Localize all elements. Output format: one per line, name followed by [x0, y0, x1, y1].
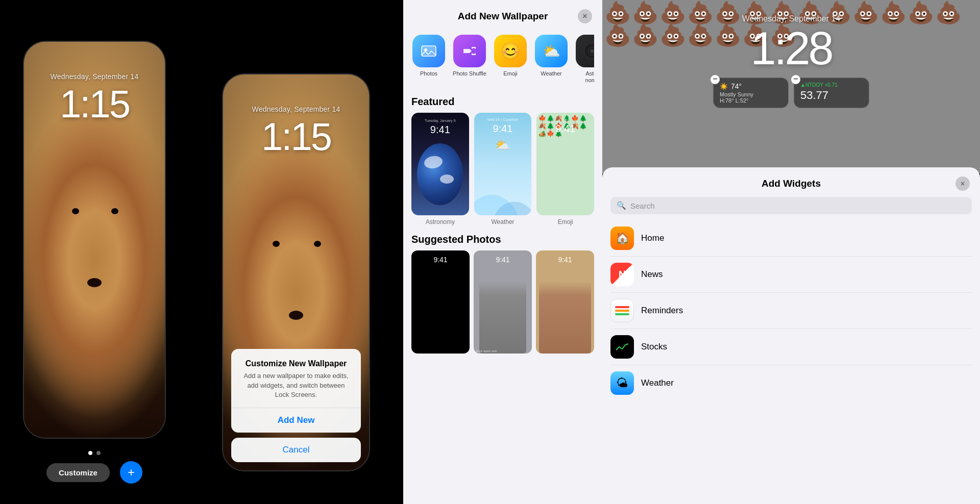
dog-background: Wednesday, September 14 1:15: [24, 42, 165, 438]
add-widgets-header: Add Widgets ×: [602, 167, 980, 197]
person-silhouette-2: [539, 281, 592, 354]
news-app-icon: N: [610, 263, 634, 286]
home-app-icon: 🏠: [610, 226, 634, 250]
lock-screen-time-1: 1:15: [60, 82, 129, 126]
dog-eye-right: [111, 208, 118, 214]
astronomy-label: Astronomy: [426, 218, 455, 225]
page-dots: [88, 451, 101, 455]
weather-widget-row: ☀️ 74°: [720, 82, 782, 90]
reminder-line-1: [615, 306, 629, 308]
featured-emoji[interactable]: Tue 9 9:41 🍁🌲🍂 🌲🍁🌲 🍂🌲🍁 🌲🍂🌲 🏕️🍁🌲 Emoji: [536, 113, 594, 225]
lock-date-4: Wednesday, September 14: [742, 14, 840, 23]
weather-wp-label: Weather: [491, 218, 514, 225]
weather-widget-minus[interactable]: −: [710, 75, 720, 84]
wp-type-shuffle[interactable]: Photo Shuffle: [452, 35, 487, 84]
panel-add-widgets: 💩 💩 💩 💩 💩 💩 💩 💩 💩 💩 💩 💩 💩 💩 💩 💩 💩 💩 💩 💩 …: [602, 0, 980, 504]
stocks-app-name: Stocks: [641, 342, 667, 352]
photos-icon: [412, 35, 445, 67]
app-item-news[interactable]: N News: [610, 257, 972, 293]
reminders-app-name: Reminders: [641, 306, 683, 316]
sun-icon: ☀️: [720, 83, 728, 90]
panel-lockscreen: Wednesday, September 14 1:15 Customize +: [0, 0, 189, 504]
sugg-caption-1: once again aski: [476, 349, 497, 352]
add-wallpaper-header: Add New Wallpaper ×: [403, 0, 602, 29]
dialog-description: Add a new wallpaper to make edits, add w…: [241, 371, 351, 399]
cancel-button[interactable]: Cancel: [231, 438, 361, 462]
customize-overlay: Customize New Wallpaper Add a new wallpa…: [223, 341, 369, 470]
search-bar[interactable]: 🔍 Search: [610, 197, 972, 214]
featured-astronomy[interactable]: Tuesday, January 9 9:41 Astronomy: [411, 113, 469, 225]
add-widgets-close[interactable]: ×: [955, 177, 970, 191]
astro-icon: [576, 35, 594, 67]
add-lockscreen-button[interactable]: +: [120, 461, 142, 484]
customize-button[interactable]: Customize: [46, 463, 110, 482]
customize-dialog-card: Customize New Wallpaper Add a new wallpa…: [231, 349, 361, 433]
weather-wp-date: Wed 14 • Cupertino: [474, 118, 532, 121]
svg-point-2: [424, 48, 427, 52]
shuffle-label: Photo Shuffle: [453, 70, 486, 77]
weather-high: H:78°: [720, 97, 734, 104]
weather-icon: ⛅: [535, 35, 568, 67]
dot-2: [96, 451, 101, 455]
sugg-time-2: 9:41: [474, 256, 532, 264]
suggested-3[interactable]: 9:41: [536, 250, 594, 354]
weather-condition: Mostly Sunny: [720, 91, 782, 97]
lock-screen-time-2: 1:15: [261, 114, 331, 159]
add-new-button[interactable]: Add New: [241, 408, 351, 433]
app-item-stocks[interactable]: Stocks: [610, 329, 972, 365]
app-item-home[interactable]: 🏠 Home: [610, 220, 972, 257]
app-list: 🏠 Home N News Reminders: [602, 220, 980, 401]
emoji-label: Emoji: [503, 70, 518, 77]
emoji-icon: 😊: [494, 35, 527, 67]
weather-label: Weather: [541, 70, 561, 77]
featured-section-title: Featured: [411, 96, 594, 108]
weather-temp: 74°: [731, 82, 742, 90]
svg-rect-0: [422, 46, 436, 56]
wp-type-photos[interactable]: Photos: [411, 35, 446, 84]
suggested-grid: 9:41 9:41 once again aski 9:41: [411, 250, 594, 362]
dog-eye-left: [72, 208, 79, 214]
phone-frame-1: Wednesday, September 14 1:15: [23, 41, 166, 439]
wp-type-emoji[interactable]: 😊 Emoji: [493, 35, 528, 84]
suggested-2[interactable]: 9:41 once again aski: [474, 250, 532, 354]
weather-wp-time: 9:41: [474, 123, 532, 135]
emoji-wp-date: Tue 9: [536, 118, 594, 121]
wallpaper-content: Photos Photo Shuffle 😊 Emoji ⛅ Weather: [403, 29, 602, 504]
emoji-wp-thumb: Tue 9 9:41 🍁🌲🍂 🌲🍁🌲 🍂🌲🍁 🌲🍂🌲 🏕️🍁🌲: [536, 113, 594, 215]
app-item-reminders[interactable]: Reminders: [610, 293, 972, 329]
suggested-1[interactable]: 9:41: [411, 250, 470, 354]
reminder-line-3: [615, 313, 629, 315]
dot-1: [88, 451, 92, 455]
stocks-widget[interactable]: − ▲NTDOY +0.71 53.77: [794, 78, 869, 108]
shuffle-icon: [453, 35, 486, 67]
dialog-title: Customize New Wallpaper: [241, 359, 351, 368]
lock-time-4: 1:28: [750, 26, 831, 71]
astronomy-thumb: Tuesday, January 9 9:41: [411, 113, 469, 215]
suggested-section-title: Suggested Photos: [411, 234, 594, 245]
wallpaper-type-icons: Photos Photo Shuffle 😊 Emoji ⛅ Weather: [411, 29, 594, 90]
wp-type-weather[interactable]: ⛅ Weather: [534, 35, 569, 84]
lock-screen-date-2: Wednesday, September 14: [252, 105, 340, 113]
reminders-app-icon: [610, 299, 634, 322]
news-app-name: News: [641, 269, 663, 280]
weather-app-name: Weather: [641, 378, 674, 388]
dog-nose: [87, 278, 102, 287]
panel-customize: Wednesday, September 14 1:15 Customize N…: [189, 0, 403, 504]
astro-date-label: Tuesday, January 9: [411, 119, 469, 122]
stocks-price: 53.77: [800, 89, 863, 102]
featured-grid: Tuesday, January 9 9:41 Astronomy Wed 14…: [411, 113, 594, 225]
search-icon: 🔍: [617, 201, 626, 210]
panel-add-wallpaper: Add New Wallpaper × Photos: [403, 0, 602, 504]
home-app-name: Home: [641, 233, 664, 243]
bottom-bar-1: Customize +: [46, 461, 142, 484]
dog-nose-2: [289, 311, 303, 320]
stocks-change-label: ▲NTDOY +0.71: [800, 82, 838, 88]
news-n-letter: N: [619, 269, 626, 281]
wp-type-astro[interactable]: Astronomy: [575, 35, 594, 84]
lock-screen-overlay: Wednesday, September 14 1:28 − ☀️ 74° Mo…: [602, 0, 980, 173]
app-item-weather[interactable]: 🌤 Weather: [610, 365, 972, 401]
close-wallpaper-button[interactable]: ×: [578, 9, 592, 23]
weather-widget[interactable]: − ☀️ 74° Mostly Sunny H:78° L:52°: [713, 78, 789, 108]
featured-weather[interactable]: Wed 14 • Cupertino 9:41 ⛅ Weather: [474, 113, 532, 225]
stocks-widget-minus[interactable]: −: [791, 75, 800, 84]
